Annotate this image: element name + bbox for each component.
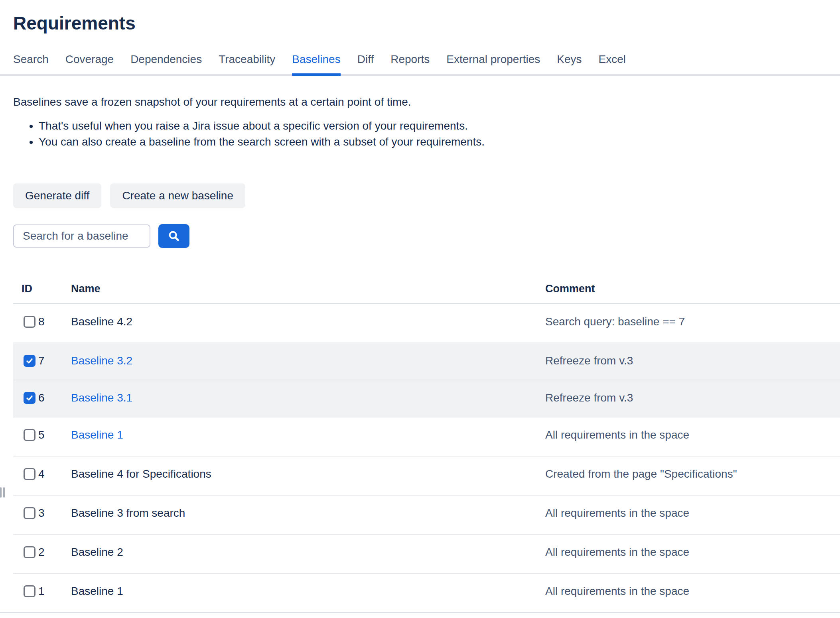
create-baseline-button[interactable]: Create a new baseline bbox=[110, 183, 245, 208]
baseline-comment: Refreeze from v.3 bbox=[545, 380, 840, 417]
tab-label: Baselines bbox=[292, 53, 340, 65]
intro-bullet-list: That's useful when you raise a Jira issu… bbox=[13, 118, 840, 150]
tab-diff[interactable]: Diff bbox=[357, 53, 374, 76]
baseline-comment: Created from the page "Specifications" bbox=[545, 456, 840, 495]
intro-bullet: You can also create a baseline from the … bbox=[39, 134, 840, 150]
row-id: 4 bbox=[38, 467, 45, 481]
tab-bar: SearchCoverageDependenciesTraceabilityBa… bbox=[0, 53, 840, 76]
table-row: 4 Baseline 4 for Specifications Created … bbox=[13, 456, 840, 495]
page-title: Requirements bbox=[13, 12, 840, 34]
search-row bbox=[13, 224, 840, 248]
intro-section: Baselines save a frozen snapshot of your… bbox=[13, 94, 840, 150]
tab-label: Reports bbox=[390, 53, 430, 65]
tab-external-properties[interactable]: External properties bbox=[446, 53, 540, 76]
row-id: 8 bbox=[38, 315, 45, 329]
row-checkbox[interactable] bbox=[24, 355, 35, 367]
tab-traceability[interactable]: Traceability bbox=[219, 53, 275, 76]
baseline-table: ID Name Comment 8 Baseline 4.2 Search qu… bbox=[13, 276, 840, 613]
baseline-comment: Search query: baseline == 7 bbox=[545, 304, 840, 343]
table-row: 1 Baseline 1 All requirements in the spa… bbox=[13, 573, 840, 612]
tab-label: Search bbox=[13, 53, 49, 65]
baseline-name: Baseline 1 bbox=[71, 585, 123, 597]
intro-bullet: That's useful when you raise a Jira issu… bbox=[39, 118, 840, 134]
row-checkbox[interactable] bbox=[24, 392, 35, 404]
baseline-comment: All requirements in the space bbox=[545, 417, 840, 456]
baseline-name: Baseline 3 from search bbox=[71, 507, 185, 519]
row-checkbox[interactable] bbox=[24, 507, 35, 519]
bottom-divider bbox=[0, 612, 840, 613]
row-id: 2 bbox=[38, 545, 45, 559]
row-checkbox[interactable] bbox=[24, 546, 35, 558]
column-header-comment: Comment bbox=[545, 276, 840, 304]
row-id: 6 bbox=[38, 391, 45, 405]
baseline-name: Baseline 4.2 bbox=[71, 315, 132, 328]
baseline-table-body: 8 Baseline 4.2 Search query: baseline ==… bbox=[13, 304, 840, 613]
tab-dependencies[interactable]: Dependencies bbox=[130, 53, 202, 76]
table-row: 7 Baseline 3.2 Refreeze from v.3 bbox=[13, 343, 840, 380]
search-button[interactable] bbox=[158, 224, 189, 248]
baseline-name[interactable]: Baseline 3.2 bbox=[71, 354, 132, 367]
table-row: 6 Baseline 3.1 Refreeze from v.3 bbox=[13, 380, 840, 417]
table-row: 8 Baseline 4.2 Search query: baseline ==… bbox=[13, 304, 840, 343]
row-checkbox[interactable] bbox=[24, 468, 35, 480]
baseline-name[interactable]: Baseline 1 bbox=[71, 429, 123, 441]
search-icon bbox=[167, 229, 181, 243]
row-id: 3 bbox=[38, 506, 45, 520]
column-header-id: ID bbox=[13, 276, 71, 304]
tab-label: Keys bbox=[557, 53, 582, 65]
tab-label: External properties bbox=[446, 53, 540, 65]
tab-coverage[interactable]: Coverage bbox=[65, 53, 114, 76]
table-row: 5 Baseline 1 All requirements in the spa… bbox=[13, 417, 840, 456]
baseline-name: Baseline 4 for Specifications bbox=[71, 468, 211, 480]
row-id: 5 bbox=[38, 428, 45, 442]
resize-handle-icon[interactable] bbox=[0, 487, 5, 498]
column-header-name: Name bbox=[71, 276, 545, 304]
table-row: 2 Baseline 2 All requirements in the spa… bbox=[13, 534, 840, 573]
row-checkbox[interactable] bbox=[24, 429, 35, 441]
tab-reports[interactable]: Reports bbox=[390, 53, 430, 76]
check-icon bbox=[26, 357, 34, 365]
tab-excel[interactable]: Excel bbox=[599, 53, 626, 76]
baseline-comment: All requirements in the space bbox=[545, 495, 840, 534]
tab-label: Dependencies bbox=[130, 53, 202, 65]
row-id: 1 bbox=[38, 584, 45, 598]
tab-label: Excel bbox=[599, 53, 626, 65]
tab-keys[interactable]: Keys bbox=[557, 53, 582, 76]
baseline-name[interactable]: Baseline 3.1 bbox=[71, 392, 132, 404]
baseline-comment: All requirements in the space bbox=[545, 534, 840, 573]
baseline-name: Baseline 2 bbox=[71, 546, 123, 558]
tab-label: Coverage bbox=[65, 53, 114, 65]
row-checkbox[interactable] bbox=[24, 316, 35, 328]
check-icon bbox=[26, 394, 34, 402]
generate-diff-button[interactable]: Generate diff bbox=[13, 183, 101, 208]
search-input[interactable] bbox=[13, 224, 150, 248]
table-row: 3 Baseline 3 from search All requirement… bbox=[13, 495, 840, 534]
tab-baselines[interactable]: Baselines bbox=[292, 53, 340, 76]
baseline-comment: All requirements in the space bbox=[545, 573, 840, 612]
row-checkbox[interactable] bbox=[24, 585, 35, 597]
tab-label: Diff bbox=[357, 53, 374, 65]
action-buttons: Generate diff Create a new baseline bbox=[13, 183, 840, 208]
row-id: 7 bbox=[38, 354, 45, 368]
baseline-comment: Refreeze from v.3 bbox=[545, 343, 840, 380]
intro-text: Baselines save a frozen snapshot of your… bbox=[13, 94, 840, 110]
tab-search[interactable]: Search bbox=[13, 53, 49, 76]
table-header-row: ID Name Comment bbox=[13, 276, 840, 304]
tab-label: Traceability bbox=[219, 53, 275, 65]
